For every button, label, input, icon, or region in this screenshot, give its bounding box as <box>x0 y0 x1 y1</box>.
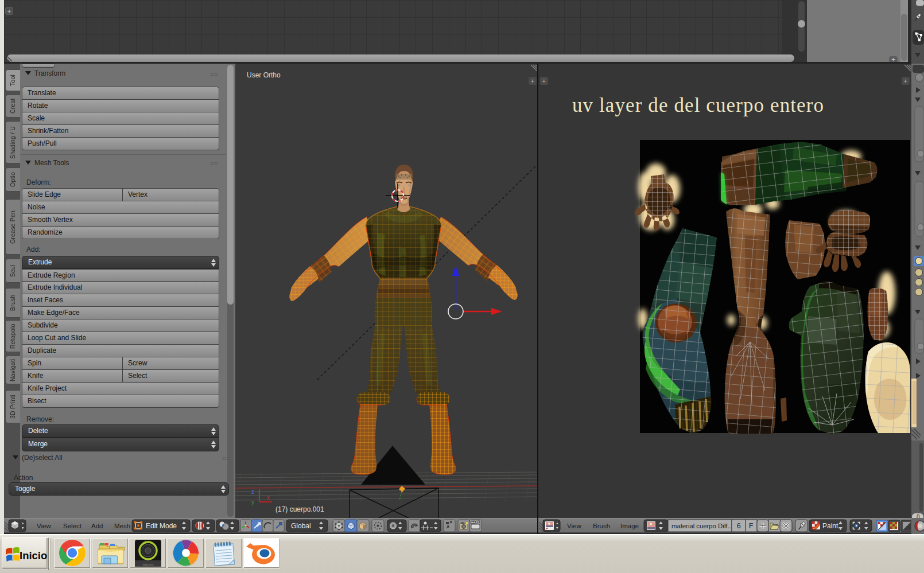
svg-text:Paint: Paint <box>822 522 838 530</box>
svg-text:+: + <box>904 77 907 84</box>
svg-text:+: + <box>531 77 534 84</box>
svg-text:6: 6 <box>737 522 741 530</box>
svg-text:+: + <box>542 77 546 84</box>
svg-text:User Ortho: User Ortho <box>247 71 281 79</box>
svg-text:x: x <box>267 494 270 501</box>
svg-text:material cuerpo Diff...: material cuerpo Diff... <box>671 523 733 529</box>
svg-text:F: F <box>749 522 753 530</box>
svg-text:Edit Mode: Edit Mode <box>146 522 177 530</box>
svg-text:y: y <box>251 499 254 505</box>
svg-text:Global: Global <box>291 522 311 530</box>
svg-text:Inicio: Inicio <box>20 549 47 562</box>
svg-text:wacom: wacom <box>142 563 153 566</box>
svg-text:z: z <box>251 489 254 495</box>
svg-text:(17) cuerpo.001: (17) cuerpo.001 <box>275 505 324 513</box>
